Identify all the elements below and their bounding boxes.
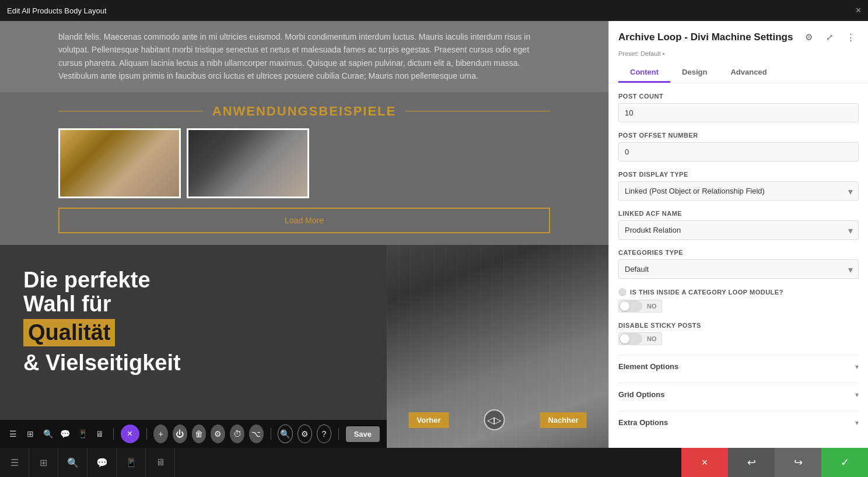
settings-action-icon[interactable]: ⚙ [298,425,312,443]
element-options-chevron: ▾ [855,363,859,371]
before-label: Vorher [409,412,449,428]
close-icon[interactable]: × [856,5,861,16]
bottom-bar-right: × ↩ ↪ ✓ [681,448,868,477]
grid-icon[interactable]: ⊞ [24,426,37,442]
dark-section-text: Die perfekte Wahl für Qualität & Vielsei… [0,245,204,448]
save-button[interactable]: Save [346,426,380,442]
post-display-type-wrapper: Linked (Post Object or Relationship Fiel… [618,181,859,201]
panel-header-icons: ⚙ ⤢ ⋮ [800,29,859,45]
panel-more-icon[interactable]: ⋮ [842,29,859,45]
tab-design[interactable]: Design [670,63,719,83]
add-button[interactable]: + [153,425,168,443]
linked-acf-name-label: Linked ACF Name [618,210,859,217]
comment-icon[interactable]: 💬 [59,426,72,442]
field-disable-sticky-posts: Disable Sticky Posts NO [618,322,859,345]
section-title: ANWENDUNGSBEISPIELE [58,104,550,119]
post-count-label: Post Count [618,93,859,100]
category-loop-toggle-row: NO [618,300,859,313]
bb-grid-icon[interactable]: ⊞ [29,448,58,477]
search-action-icon[interactable]: 🔍 [278,425,292,443]
delete-button[interactable]: 🗑 [192,425,206,443]
post-display-type-select[interactable]: Linked (Post Object or Relationship Fiel… [618,181,859,201]
category-loop-module-label: Is this inside a category loop module? [618,288,859,296]
image-thumb-2[interactable] [187,128,309,198]
dark-title-line1: Die perfekte [23,268,181,293]
extra-options-chevron: ▾ [855,419,859,427]
bb-menu-icon[interactable]: ☰ [0,448,29,477]
panel-expand-icon[interactable]: ⤢ [821,29,838,45]
menu-icon[interactable]: ☰ [7,426,20,442]
panel-settings-icon[interactable]: ⚙ [800,29,817,45]
purple-close-button[interactable]: × [121,425,139,443]
desktop-icon[interactable]: 🖥 [93,426,106,442]
dark-title-line3: & Vielseitigkeit [23,349,181,377]
post-offset-input[interactable] [618,142,859,162]
load-more-button[interactable]: Load More [58,208,550,233]
categories-type-label: Categories Type [618,249,859,256]
cancel-button[interactable]: × [681,448,728,477]
undo-button[interactable]: ↩ [728,448,775,477]
top-bar: Edit All Products Body Layout × [0,0,868,21]
post-display-type-label: Post Display Type [618,171,859,178]
bb-search-icon[interactable]: 🔍 [58,448,88,477]
disable-sticky-toggle[interactable]: NO [618,332,662,345]
panel-header-top: Archive Loop - Divi Machine Settings ⚙ ⤢… [618,29,859,45]
grid-options-title: Grid Options [618,390,664,399]
grid-options-section[interactable]: Grid Options ▾ [618,383,859,406]
bottom-bar: ☰ ⊞ 🔍 💬 📱 🖥 × ↩ ↪ ✓ [0,448,868,477]
field-categories-type: Categories Type Default [618,249,859,279]
history-button[interactable]: ⏱ [230,425,244,443]
extra-options-section[interactable]: Extra Options ▾ [618,411,859,434]
panel-title: Archive Loop - Divi Machine Settings [618,31,793,43]
linked-acf-name-wrapper: Produkt Relation [618,220,859,240]
field-post-display-type: Post Display Type Linked (Post Object or… [618,171,859,201]
image-thumb-1[interactable] [58,128,181,198]
panel-tabs: Content Design Advanced [618,63,859,83]
image-grid [58,128,550,198]
main-layout: blandit felis. Maecenas commodo ante in … [0,21,868,448]
panel-header: Archive Loop - Divi Machine Settings ⚙ ⤢… [609,21,868,83]
field-linked-acf-name: Linked ACF Name Produkt Relation [618,210,859,240]
disable-sticky-toggle-row: NO [618,332,859,345]
thumb-image-1 [60,130,179,197]
categories-type-select[interactable]: Default [618,259,859,279]
confirm-button[interactable]: ✓ [821,448,868,477]
tab-advanced[interactable]: Advanced [719,63,778,83]
toggle-circle[interactable] [619,300,642,312]
floating-toolbar: ☰ ⊞ 🔍 💬 📱 🖥 × + ⏻ 🗑 ⚙ ⏱ ⌥ 🔍 ⚙ ? Save [0,420,387,448]
post-offset-label: Post Offset Number [618,132,859,139]
extra-options-title: Extra Options [618,418,668,427]
before-after-toggle[interactable]: ◁▷ [484,409,505,430]
mobile-icon[interactable]: 📱 [76,426,89,442]
bb-comment-icon[interactable]: 💬 [88,448,117,477]
after-label: Nachher [540,412,586,428]
post-count-input[interactable] [618,103,859,122]
help-action-icon[interactable]: ? [317,425,331,443]
element-options-section[interactable]: Element Options ▾ [618,355,859,378]
redo-button[interactable]: ↪ [775,448,821,477]
power-button[interactable]: ⏻ [173,425,187,443]
right-panel: Archive Loop - Divi Machine Settings ⚙ ⤢… [608,21,868,448]
toolbar-separator-3 [271,428,271,440]
toolbar-separator [113,428,114,440]
field-post-offset: Post Offset Number [618,132,859,162]
thumb-image-2 [188,130,307,197]
disable-sticky-posts-label: Disable Sticky Posts [618,322,859,329]
settings-button[interactable]: ⚙ [211,425,225,443]
search-icon[interactable]: 🔍 [41,426,54,442]
code-button[interactable]: ⌥ [249,425,264,443]
element-options-title: Element Options [618,362,678,371]
field-post-count: Post Count [618,93,859,122]
disable-sticky-toggle-circle[interactable] [619,333,642,345]
field-category-loop-module: Is this inside a category loop module? N… [618,288,859,313]
toolbar-separator-2 [146,428,147,440]
categories-type-wrapper: Default [618,259,859,279]
content-text: blandit felis. Maecenas commodo ante in … [0,21,608,92]
bb-mobile-icon[interactable]: 📱 [117,448,146,477]
grid-options-chevron: ▾ [855,391,859,399]
linked-acf-name-select[interactable]: Produkt Relation [618,220,859,240]
category-loop-toggle[interactable]: NO [618,300,662,313]
tab-content[interactable]: Content [618,63,670,83]
bb-desktop-icon[interactable]: 🖥 [146,448,175,477]
toolbar-separator-4 [338,428,339,440]
